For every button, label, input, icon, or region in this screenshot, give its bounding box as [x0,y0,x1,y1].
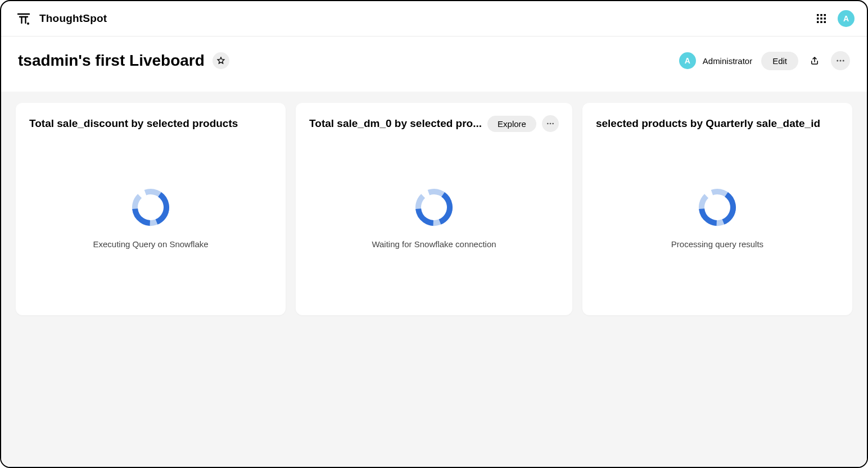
card-status: Waiting for Snowflake connection [372,239,496,249]
svg-point-15 [840,60,842,62]
page-header-actions: A Administrator Edit [679,51,850,70]
svg-rect-11 [817,21,819,24]
svg-rect-8 [817,17,819,20]
svg-rect-7 [824,14,826,16]
svg-point-16 [843,60,844,62]
loading-spinner-icon [130,187,171,228]
author-avatar[interactable]: A [679,52,696,69]
share-button[interactable] [805,51,824,70]
app-switcher-button[interactable] [813,10,830,27]
grid-icon [816,13,826,24]
user-avatar[interactable]: A [838,10,855,27]
viz-card[interactable]: Total sale_dm_0 by selected pro... Explo… [296,103,572,315]
svg-point-4 [27,22,29,25]
loading-spinner-icon [697,187,738,228]
svg-rect-12 [820,21,822,24]
card-header: selected products by Quarterly sale_date… [596,115,839,132]
card-status: Processing query results [671,239,763,249]
loading-spinner-icon [413,187,455,228]
liveboard-grid: Total sale_discount by selected products… [1,92,867,467]
card-title: selected products by Quarterly sale_date… [596,117,839,130]
favorite-button[interactable] [213,52,229,69]
card-more-button[interactable] [542,115,559,132]
svg-rect-10 [824,17,826,20]
card-title: Total sale_dm_0 by selected pro... [309,117,482,130]
author-name: Administrator [703,56,752,66]
svg-rect-9 [820,17,822,20]
svg-point-20 [550,123,551,125]
card-body: Executing Query on Snowflake [29,132,272,303]
card-body: Waiting for Snowflake connection [309,132,559,303]
share-icon [810,56,820,66]
card-status: Executing Query on Snowflake [93,239,208,249]
card-title: Total sale_discount by selected products [29,117,272,130]
page-title: tsadmin's first Liveboard [18,52,205,70]
star-icon [216,56,225,65]
topbar: ThoughtSpot A [1,1,867,37]
card-header: Total sale_discount by selected products [29,115,272,132]
svg-rect-6 [820,14,822,16]
card-header: Total sale_dm_0 by selected pro... Explo… [309,115,559,132]
svg-rect-13 [824,21,826,24]
more-horizontal-icon [546,119,555,128]
more-options-button[interactable] [831,51,850,70]
viz-card[interactable]: selected products by Quarterly sale_date… [582,103,852,315]
more-horizontal-icon [835,56,846,66]
topbar-right: A [813,10,855,27]
viz-card[interactable]: Total sale_discount by selected products… [16,103,286,315]
app-shell: ThoughtSpot A tsadmin's first Liveb [0,0,868,468]
explore-button[interactable]: Explore [487,116,536,132]
svg-point-21 [552,123,554,125]
card-actions: Explore [487,115,559,132]
brand-name: ThoughtSpot [39,12,107,25]
brand[interactable]: ThoughtSpot [16,11,107,26]
svg-rect-5 [817,14,819,16]
svg-point-14 [837,60,838,62]
page-header: tsadmin's first Liveboard A Administrato… [1,37,867,92]
brand-logo-icon [16,11,31,26]
card-body: Processing query results [596,132,839,303]
svg-point-19 [547,123,549,125]
edit-button[interactable]: Edit [761,52,798,70]
